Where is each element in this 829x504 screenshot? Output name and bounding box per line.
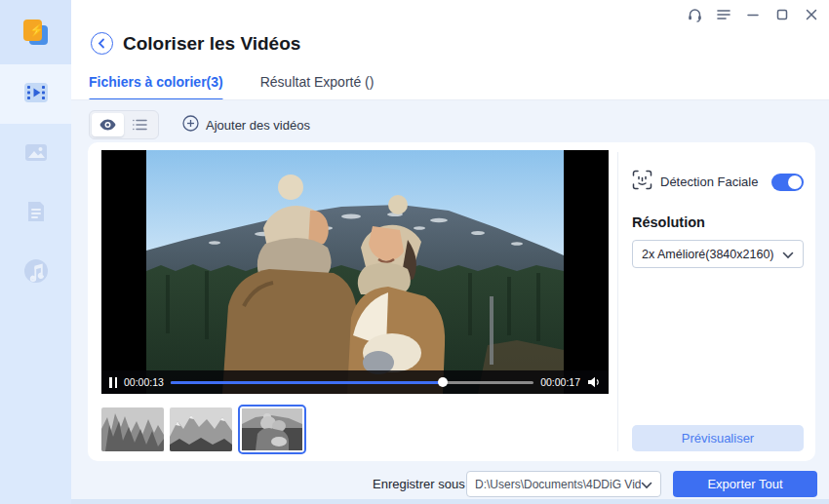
- save-as-label: Enregistrer sous: [373, 477, 465, 491]
- titlebar: [683, 5, 823, 24]
- back-button[interactable]: [91, 32, 113, 55]
- tab-exported-result[interactable]: Résultat Exporté (): [260, 74, 375, 99]
- resolution-value: 2x Amélioré(3840x2160): [642, 248, 782, 261]
- page-header: Coloriser les Vidéos: [91, 32, 300, 55]
- face-detection-label: Détection Faciale: [660, 174, 764, 189]
- window-bottom-strip: [71, 499, 829, 504]
- sidebar-item-audio[interactable]: [0, 243, 71, 302]
- video-frame-couple: [146, 150, 564, 394]
- thumbnail-mountains[interactable]: [170, 407, 232, 451]
- editor-card: 00:00:13 00:00:17: [88, 142, 815, 461]
- face-detection-icon: [632, 170, 652, 194]
- clip-thumbnails: [101, 405, 306, 454]
- menu-icon[interactable]: [712, 5, 735, 24]
- tab-files-to-colorize[interactable]: Fichiers à colorier(3): [89, 74, 223, 99]
- export-bar: Enregistrer sous D:\Users\Documents\4DDi…: [71, 469, 829, 499]
- 4ddig-logo-icon: ⚡: [22, 19, 49, 46]
- volume-icon[interactable]: [587, 376, 601, 388]
- headset-icon[interactable]: [683, 5, 706, 24]
- add-videos-label: Ajouter des vidéos: [206, 118, 310, 133]
- seek-bar[interactable]: [171, 381, 533, 384]
- resolution-label: Résolution: [632, 214, 705, 230]
- thumbnail-rocks[interactable]: [101, 407, 164, 451]
- thumbnail-couple-selected[interactable]: [238, 405, 306, 454]
- film-play-icon: [22, 79, 50, 110]
- player-controls: 00:00:13 00:00:17: [101, 370, 609, 394]
- plus-circle-icon: [182, 115, 199, 135]
- toolbar: Ajouter des vidéos: [89, 110, 310, 139]
- app-window: ⚡: [0, 0, 829, 504]
- sidebar-item-photo-enhancer[interactable]: [0, 124, 71, 183]
- save-path-dropdown[interactable]: D:\Users\Documents\4DDiG Vide...: [466, 471, 661, 497]
- maximize-icon[interactable]: [770, 5, 794, 24]
- seek-bar-fill: [171, 381, 443, 384]
- export-all-button[interactable]: Exporter Tout: [673, 471, 817, 497]
- image-icon: [22, 138, 50, 170]
- sidebar-item-document[interactable]: [0, 183, 71, 243]
- face-detection-row: Détection Faciale: [632, 170, 804, 194]
- add-videos-button[interactable]: Ajouter des vidéos: [182, 115, 310, 135]
- sidebar: ⚡: [0, 0, 71, 504]
- total-time: 00:00:17: [540, 376, 580, 388]
- close-icon[interactable]: [800, 5, 823, 24]
- chevron-down-icon: [782, 246, 794, 263]
- pause-button[interactable]: [109, 377, 117, 388]
- resolution-dropdown[interactable]: 2x Amélioré(3840x2160): [632, 240, 804, 268]
- settings-panel: Détection Faciale Résolution 2x Amélioré…: [632, 142, 804, 461]
- panel-divider: [617, 152, 618, 451]
- list-view-button[interactable]: [124, 113, 156, 136]
- preview-eye-button[interactable]: [92, 113, 124, 136]
- sidebar-item-video-enhancer[interactable]: [0, 64, 71, 124]
- music-note-icon: [22, 257, 50, 289]
- preview-button[interactable]: Prévisualiser: [632, 425, 804, 451]
- chevron-down-icon: [641, 476, 652, 493]
- seek-bar-handle[interactable]: [438, 377, 448, 387]
- face-detection-toggle[interactable]: [771, 174, 804, 191]
- tab-bar: Fichiers à colorier(3) Résultat Exporté …: [89, 74, 374, 99]
- app-logo[interactable]: ⚡: [0, 0, 71, 64]
- save-path-value: D:\Users\Documents\4DDiG Vide...: [475, 478, 641, 491]
- minimize-icon[interactable]: [741, 5, 765, 24]
- video-preview[interactable]: 00:00:13 00:00:17: [101, 150, 609, 394]
- document-icon: [23, 199, 49, 228]
- page-title: Coloriser les Vidéos: [123, 33, 300, 55]
- current-time: 00:00:13: [124, 376, 164, 388]
- view-mode-switch: [89, 110, 159, 139]
- main-area: Coloriser les Vidéos Fichiers à colorier…: [71, 0, 829, 504]
- content-area: Ajouter des vidéos: [71, 100, 829, 499]
